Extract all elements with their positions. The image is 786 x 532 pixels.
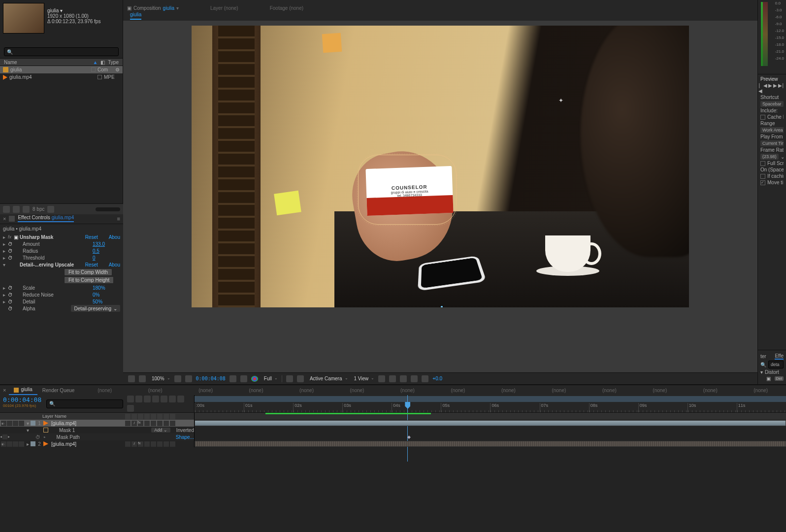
switch-col-icon[interactable] — [138, 414, 143, 419]
zoom-dropdown[interactable]: 100% — [150, 376, 170, 381]
first-frame-icon[interactable]: |◀ — [758, 83, 762, 94]
timeline-frame-count[interactable]: 00104 (23.976 fps) — [3, 403, 41, 408]
thumbnail-size-slider[interactable] — [96, 207, 120, 211]
prev-frame-icon[interactable]: ◀ — [763, 83, 767, 94]
guides-icon[interactable] — [185, 375, 192, 382]
shortcut-dropdown[interactable]: Spacebar — [760, 101, 784, 107]
inverted-label[interactable]: Inverted — [176, 428, 194, 433]
switch-col-icon[interactable] — [144, 414, 150, 419]
about-link[interactable]: Abou — [109, 262, 120, 267]
mask-color-swatch[interactable] — [43, 428, 48, 432]
label-swatch[interactable] — [91, 67, 96, 72]
cache-checkbox[interactable] — [760, 115, 765, 120]
flowchart-icon[interactable] — [411, 375, 418, 382]
exposure-reset-icon[interactable] — [422, 375, 428, 382]
motion-blur-icon[interactable] — [161, 396, 167, 402]
project-search-input[interactable] — [4, 47, 119, 56]
delete-icon[interactable] — [47, 206, 54, 213]
close-comp-icon[interactable]: × — [0, 387, 9, 393]
snapshot-icon[interactable] — [229, 375, 236, 382]
comp-mini-flowchart-icon[interactable] — [127, 396, 134, 402]
timeline-ruler[interactable]: :00s01s 02s03s 04s05s 06s07s 08s09s 10s1… — [195, 395, 786, 412]
brainstorm-icon[interactable] — [177, 396, 184, 402]
effect-unsharp-mask[interactable]: ▸fx▣ Unsharp Mask Reset Abou — [0, 233, 123, 240]
play-icon[interactable]: ▶ — [768, 83, 772, 94]
keyframe-icon[interactable]: ◆ — [407, 434, 411, 439]
twirl-icon[interactable]: ▸ — [25, 441, 31, 447]
effects-search-input[interactable] — [768, 361, 784, 368]
twirl-icon[interactable]: ▾ — [25, 428, 31, 433]
prop-alpha[interactable]: Alpha — [14, 306, 71, 311]
lock-toggle[interactable] — [19, 421, 24, 426]
label-swatch[interactable] — [98, 75, 102, 79]
visibility-toggle[interactable] — [1, 421, 6, 426]
grid-icon[interactable] — [174, 375, 181, 382]
show-snapshot-icon[interactable] — [240, 375, 247, 382]
twirl-icon[interactable]: ▾ — [25, 421, 31, 426]
prop-radius[interactable]: Radius — [14, 248, 93, 254]
new-comp-icon[interactable] — [23, 206, 30, 213]
composition-breadcrumb[interactable]: ▣ Composition giulia ▾ Layer (none) Foot… — [127, 5, 303, 11]
if-caching-checkbox[interactable] — [760, 174, 765, 179]
range-dropdown[interactable]: Work Area — [760, 127, 784, 133]
visibility-toggle[interactable] — [1, 441, 6, 447]
switch-col-icon[interactable] — [157, 414, 163, 419]
timeline-mask-path[interactable]: ◂▸ ⏱ ▹ Mask Path Shape... ◆ — [0, 433, 786, 440]
resolution-dropdown[interactable]: Full — [262, 376, 278, 381]
col-label-swatch[interactable]: ◧ — [100, 60, 105, 65]
camera-dropdown[interactable]: Active Camera — [308, 376, 348, 381]
add-key-icon[interactable] — [2, 434, 7, 439]
view-layout-dropdown[interactable]: 1 View — [352, 376, 375, 381]
layer-bar[interactable] — [195, 420, 786, 426]
next-key-icon[interactable]: ▸ — [8, 434, 10, 439]
anchor-point-icon[interactable] — [558, 97, 565, 104]
effect-detail-upscale[interactable]: ▾ Detail-...erving Upscale Reset Abou — [0, 261, 123, 268]
prop-threshold[interactable]: Threshold — [14, 255, 93, 261]
reset-link[interactable]: Reset — [85, 262, 109, 267]
fullscreen-checkbox[interactable] — [760, 161, 765, 166]
shy-icon[interactable] — [144, 396, 151, 402]
exposure-value[interactable]: +0.0 — [432, 376, 442, 381]
lock-toggle[interactable] — [19, 441, 24, 447]
roi-icon[interactable] — [139, 375, 146, 382]
timeline-search-input[interactable] — [46, 399, 123, 408]
new-folder-icon[interactable] — [13, 206, 20, 213]
threshold-value[interactable]: 0 — [93, 255, 120, 261]
next-frame-icon[interactable]: ▶ — [773, 83, 777, 94]
draft-3d-icon[interactable] — [135, 396, 142, 402]
switch-col-icon[interactable] — [125, 414, 131, 419]
project-item-comp[interactable]: giulia Com ⚙ — [0, 66, 123, 73]
playfrom-dropdown[interactable]: Current Tim — [760, 140, 784, 146]
project-item-footage[interactable]: giulia.mp4 MPE — [0, 73, 123, 81]
close-panel-icon[interactable]: × — [3, 216, 6, 222]
bpc-toggle[interactable]: 8 bpc — [33, 206, 44, 212]
prop-scale[interactable]: Scale — [14, 285, 93, 291]
timeline-layer-1[interactable]: ▾ 1 [giulia.mp4] / fx — [0, 420, 786, 427]
layer-handle[interactable] — [440, 305, 443, 307]
switch-col-icon[interactable] — [170, 414, 175, 419]
radius-value[interactable]: 0.5 — [93, 248, 120, 254]
prop-amount[interactable]: Amount — [14, 241, 93, 247]
current-time-display[interactable]: 0:00:04:08 — [196, 376, 226, 381]
reset-link[interactable]: Reset — [85, 234, 109, 240]
detail-value[interactable]: 50 — [93, 299, 98, 304]
audio-toggle[interactable] — [7, 421, 12, 426]
interpret-footage-icon[interactable] — [3, 206, 10, 213]
solo-toggle[interactable] — [13, 441, 18, 447]
comp-settings-icon[interactable]: ⚙ — [115, 67, 120, 72]
effects-tab-active[interactable]: Effe — [775, 353, 784, 360]
panel-menu-icon[interactable]: ≡ — [117, 216, 120, 222]
fit-comp-height-button[interactable]: Fit to Comp Height — [64, 276, 114, 284]
shape-link[interactable]: Shape... — [176, 434, 194, 440]
color-mgmt-icon[interactable] — [251, 376, 258, 382]
about-link[interactable]: Abou — [109, 234, 120, 240]
effects-tab-other[interactable]: ter — [760, 354, 766, 359]
graph-editor-icon[interactable] — [169, 396, 176, 402]
prop-detail[interactable]: Detail — [14, 299, 93, 304]
label-color[interactable] — [31, 421, 35, 426]
col-name[interactable]: Name — [4, 60, 93, 65]
mask-mode-dropdown[interactable]: Add ⌄ — [151, 428, 170, 432]
col-type[interactable]: Type — [108, 60, 119, 65]
framerate-dropdown[interactable]: (23.98) — [760, 154, 779, 160]
lock-icon[interactable] — [9, 216, 15, 222]
